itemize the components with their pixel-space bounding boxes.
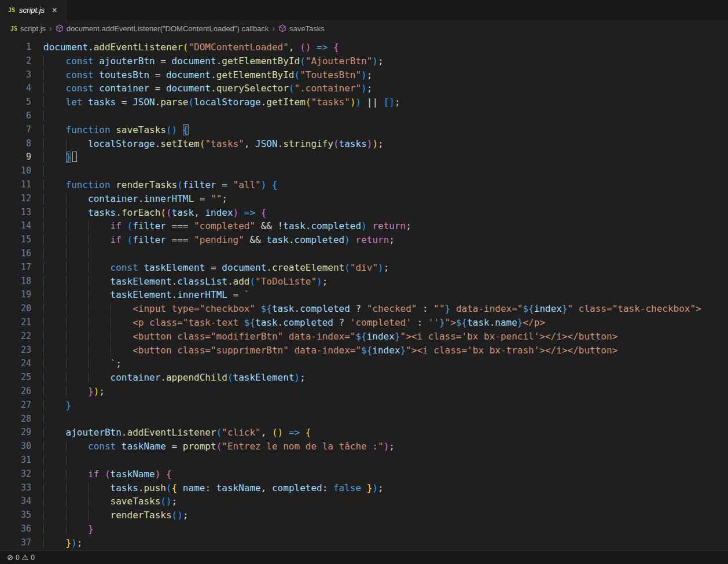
indent-guide xyxy=(66,441,89,452)
code-line[interactable]: renderTasks(); xyxy=(43,508,728,522)
close-icon[interactable]: × xyxy=(49,5,60,16)
code-line[interactable]: if (filter === "pending" && task.complet… xyxy=(43,233,728,247)
code-token: tasks xyxy=(111,482,138,493)
code-line[interactable]: const ajouterBtn = document.getElementBy… xyxy=(43,54,728,68)
code-token: "ToutesBtn" xyxy=(300,69,361,80)
indent-guide xyxy=(43,400,66,411)
code-line[interactable]: if (taskName) { xyxy=(43,467,728,481)
code-line[interactable]: <button class="supprimerBtn" data-index=… xyxy=(43,344,728,357)
warning-icon: ⚠ xyxy=(22,554,29,561)
error-count: 0 xyxy=(16,554,20,562)
code-token: : xyxy=(417,303,433,314)
code-token: ( xyxy=(200,138,205,149)
code-token: ) xyxy=(384,441,389,452)
code-token: . xyxy=(227,276,233,287)
code-token: ( xyxy=(160,496,166,507)
indent-guide xyxy=(88,331,111,342)
indent-guide xyxy=(43,83,66,94)
code-line[interactable]: container.innerHTML = ""; xyxy=(43,192,728,206)
code-token: ${ xyxy=(456,317,467,328)
code-token: if xyxy=(111,220,122,231)
code-token: stringify xyxy=(283,138,333,149)
indent-guide xyxy=(43,97,66,108)
code-token: ) xyxy=(233,207,239,218)
code-line[interactable]: function renderTasks(filter = "all") { xyxy=(43,178,728,192)
line-number: 19 xyxy=(0,288,31,302)
indent-guide xyxy=(43,455,66,466)
code-token: && xyxy=(255,220,278,231)
indent-guide xyxy=(43,110,66,121)
code-token: ; xyxy=(367,69,373,80)
indent-guide xyxy=(66,386,89,397)
code-line[interactable]: } xyxy=(43,150,728,164)
code-line[interactable]: }); xyxy=(43,385,728,399)
breadcrumb-item-callback[interactable]: document.addEventListener("DOMContentLoa… xyxy=(56,24,269,33)
code-line[interactable]: taskElement.classList.add("ToDoListe"); xyxy=(43,275,728,289)
code-line[interactable] xyxy=(43,109,728,123)
code-token: , xyxy=(194,207,205,218)
code-line[interactable]: saveTasks(); xyxy=(43,495,728,508)
line-number: 26 xyxy=(0,385,31,399)
code-line[interactable]: const toutesBtn = document.getElementByI… xyxy=(43,68,728,82)
code-line[interactable] xyxy=(43,412,728,426)
code-line[interactable] xyxy=(43,164,728,178)
code-line[interactable]: <button class="modifierBtn" data-index="… xyxy=(43,330,728,344)
line-number: 25 xyxy=(0,371,31,385)
code-line[interactable]: container.appendChild(taskElement); xyxy=(43,371,728,385)
tab-script-js[interactable]: JS script.js × xyxy=(0,0,67,20)
problems-status-item[interactable]: ⊘ 0 ⚠ 0 xyxy=(5,551,37,564)
code-line[interactable]: let tasks = JSON.parse(localStorage.getI… xyxy=(43,95,728,109)
code-line[interactable] xyxy=(43,247,728,261)
breadcrumb-item-file[interactable]: JS script.js xyxy=(10,24,46,33)
code-token: completed xyxy=(283,317,333,328)
code-token: : xyxy=(205,482,216,493)
code-line[interactable]: tasks.forEach((task, index) => { xyxy=(43,206,728,220)
code-line[interactable]: ajouterBtn.addEventListener("click", () … xyxy=(43,426,728,440)
code-line[interactable]: <input type="checkbox" ${task.completed … xyxy=(43,302,728,316)
code-token: ; xyxy=(389,234,395,245)
code-token: localStorage xyxy=(194,97,261,108)
code-token: const xyxy=(111,262,144,273)
code-line[interactable]: tasks.push({ name: taskName, completed: … xyxy=(43,481,728,495)
code-token: querySelector xyxy=(216,83,289,94)
code-line[interactable]: if (filter === "completed" && !task.comp… xyxy=(43,219,728,233)
code-token: ( xyxy=(160,207,166,218)
code-token: tasks xyxy=(88,207,116,218)
code-line[interactable]: document.addEventListener("DOMContentLoa… xyxy=(43,40,728,54)
code-token: document xyxy=(172,56,216,67)
code-token: ; xyxy=(378,56,384,67)
code-token: createElement xyxy=(272,262,344,273)
indent-guide xyxy=(43,56,66,67)
indent-guide xyxy=(111,345,133,356)
code-line[interactable]: }); xyxy=(43,536,728,550)
code-line[interactable]: } xyxy=(43,522,728,536)
code-token: { xyxy=(272,179,278,190)
code-token: . xyxy=(88,42,94,53)
code-line[interactable]: localStorage.setItem("tasks", JSON.strin… xyxy=(43,137,728,151)
code-token: . xyxy=(138,193,144,204)
line-number: 18 xyxy=(0,275,31,289)
code-line[interactable]: const taskElement = document.createEleme… xyxy=(43,261,728,275)
code-line[interactable]: } xyxy=(43,399,728,412)
line-number: 8 xyxy=(0,137,31,151)
code-line[interactable]: taskElement.innerHTML = ` xyxy=(43,288,728,302)
code-line[interactable] xyxy=(43,454,728,467)
indent-guide xyxy=(43,165,66,176)
code-editor[interactable]: 1234567891011121314151617181920212223242… xyxy=(0,36,728,550)
code-token: ${ xyxy=(244,317,255,328)
code-token: let xyxy=(66,97,89,108)
code-token: ) xyxy=(155,469,161,480)
code-token: = xyxy=(216,179,233,190)
code-line[interactable]: `; xyxy=(43,357,728,371)
code-token: ( xyxy=(177,179,183,190)
code-token: ) xyxy=(71,537,77,548)
code-line[interactable]: function saveTasks() { xyxy=(43,123,728,137)
breadcrumb-item-symbol[interactable]: saveTasks xyxy=(278,24,325,33)
editor-tab-bar: JS script.js × xyxy=(0,0,728,20)
code-token: ; xyxy=(395,97,400,108)
code-line[interactable]: <p class="task-text ${task.completed ? '… xyxy=(43,316,728,330)
code-line[interactable]: const container = document.querySelector… xyxy=(43,82,728,95)
code-line[interactable]: const taskName = prompt("Entrez le nom d… xyxy=(43,440,728,454)
code-token: prompt xyxy=(183,441,216,452)
line-number: 27 xyxy=(0,399,31,412)
